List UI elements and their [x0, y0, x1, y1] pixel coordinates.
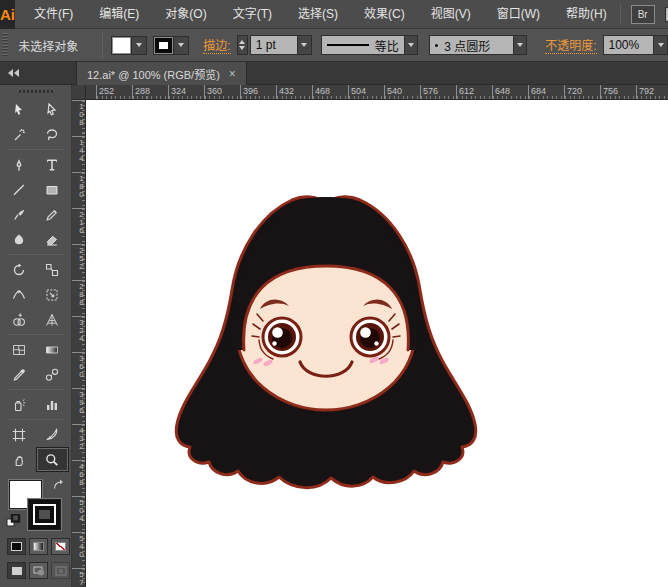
menu-item[interactable]: 选择(S) — [285, 0, 351, 29]
magic-wand-tool-button[interactable] — [3, 122, 36, 147]
fill-color-swatch[interactable] — [111, 36, 132, 55]
horizontal-ruler[interactable]: 2522883243603964324685045405766126486847… — [86, 85, 668, 100]
workspace-switcher-button[interactable] — [665, 7, 668, 22]
symbol-sprayer-tool-button[interactable] — [3, 392, 36, 417]
shape-builder-icon — [11, 312, 27, 328]
paintbrush-tool-button[interactable] — [3, 202, 36, 227]
color-button[interactable] — [7, 538, 26, 555]
menu-item[interactable]: 窗口(W) — [484, 0, 553, 29]
scale-tool-button[interactable] — [36, 257, 69, 282]
vertical-ruler[interactable]: 1081441802162522883243603964324685045405… — [72, 100, 86, 587]
menu-item[interactable]: 对象(O) — [152, 0, 219, 29]
cartoon-girl-artwork[interactable] — [86, 100, 668, 587]
swap-fill-stroke-icon[interactable] — [52, 478, 66, 491]
illustrator-window: Ai 文件(F)编辑(E)对象(O)文字(T)选择(S)效果(C)视图(V)窗口… — [0, 0, 668, 587]
default-fill-stroke-icon[interactable] — [6, 514, 21, 527]
width-profile-field[interactable]: 等比 — [321, 35, 405, 55]
none-button[interactable] — [51, 538, 70, 555]
stroke-width-field[interactable]: 1 pt — [250, 35, 298, 55]
document-tab[interactable]: 12.ai* @ 100% (RGB/预览) × — [76, 62, 247, 85]
width-tool-icon — [11, 287, 27, 303]
type-tool-button[interactable] — [36, 152, 69, 177]
stroke-color-swatch[interactable] — [153, 36, 174, 55]
brush-field[interactable]: 3 点圆形 — [429, 35, 513, 55]
workspace-layout-icon — [665, 7, 668, 22]
blend-icon — [44, 367, 60, 383]
blob-brush-tool-button[interactable] — [3, 227, 36, 252]
perspective-grid-tool-button[interactable] — [36, 307, 69, 332]
chevron-down-icon — [658, 43, 664, 47]
hand-tool-button[interactable] — [3, 447, 36, 472]
direct-selection-tool-button[interactable] — [36, 97, 69, 122]
zoom-tool-button[interactable] — [36, 447, 69, 472]
blob-brush-icon — [11, 232, 27, 248]
main-menu: 文件(F)编辑(E)对象(O)文字(T)选择(S)效果(C)视图(V)窗口(W)… — [21, 0, 620, 29]
draw-behind-button[interactable] — [29, 562, 48, 579]
rotate-tool-button[interactable] — [3, 257, 36, 282]
slice-tool-button[interactable] — [36, 422, 69, 447]
stroke-profile-preview — [327, 44, 369, 46]
chevron-down-icon — [136, 43, 142, 47]
artboard-canvas[interactable] — [86, 100, 668, 587]
stroke-width-stepper[interactable] — [237, 35, 248, 55]
gradient-button[interactable] — [29, 538, 48, 555]
perspective-grid-icon — [44, 312, 60, 328]
type-icon — [44, 157, 60, 173]
rectangle-icon — [44, 182, 60, 198]
bridge-button[interactable]: Br — [631, 5, 655, 24]
panel-drag-grip[interactable] — [19, 90, 53, 93]
menu-bar: Ai 文件(F)编辑(E)对象(O)文字(T)选择(S)效果(C)视图(V)窗口… — [0, 0, 668, 29]
artboard-tool-button[interactable] — [3, 422, 36, 447]
draw-behind-icon — [33, 566, 45, 576]
fill-color-dropdown[interactable] — [132, 36, 147, 55]
lasso-tool-button[interactable] — [36, 122, 69, 147]
eyedropper-tool-button[interactable] — [3, 362, 36, 387]
menu-item[interactable]: 帮助(H) — [553, 0, 620, 29]
stroke-color-dropdown[interactable] — [174, 36, 189, 55]
menu-item[interactable]: 文字(T) — [220, 0, 285, 29]
stroke-width-dropdown[interactable] — [298, 35, 312, 55]
artboard-icon — [11, 427, 27, 443]
panel-grip[interactable] — [2, 33, 8, 57]
line-icon — [11, 182, 27, 198]
menu-item[interactable]: 编辑(E) — [86, 0, 152, 29]
magic-wand-icon — [11, 127, 27, 143]
lasso-icon — [44, 127, 60, 143]
shape-builder-tool-button[interactable] — [3, 307, 36, 332]
eraser-tool-button[interactable] — [36, 227, 69, 252]
app-logo: Ai — [0, 0, 15, 29]
mesh-tool-button[interactable] — [3, 337, 36, 362]
ruler-tick-label: 288 — [72, 280, 86, 316]
menu-item[interactable]: 文件(F) — [21, 0, 86, 29]
menu-item[interactable]: 视图(V) — [418, 0, 484, 29]
opacity-dropdown[interactable] — [654, 35, 668, 55]
draw-normal-button[interactable] — [7, 562, 26, 579]
ruler-tick-label: 576 — [72, 568, 86, 587]
rectangle-tool-button[interactable] — [36, 177, 69, 202]
opacity-panel-link[interactable]: 不透明度: — [545, 36, 596, 54]
eyedropper-icon — [11, 367, 27, 383]
ruler-tick-label: 360 — [72, 352, 86, 388]
stroke-color-indicator[interactable] — [28, 499, 61, 530]
selection-tool-button[interactable] — [3, 97, 36, 122]
opacity-field[interactable]: 100% — [603, 35, 655, 55]
stroke-panel-link[interactable]: 描边: — [203, 36, 230, 54]
gradient-tool-button[interactable] — [36, 337, 69, 362]
blend-tool-button[interactable] — [36, 362, 69, 387]
close-icon[interactable]: × — [229, 68, 236, 80]
divider — [8, 419, 64, 420]
collapse-panel-button[interactable] — [8, 69, 19, 77]
menu-item[interactable]: 效果(C) — [351, 0, 418, 29]
pencil-tool-button[interactable] — [36, 202, 69, 227]
line-segment-tool-button[interactable] — [3, 177, 36, 202]
width-profile-dropdown[interactable] — [405, 35, 419, 55]
zoom-icon — [44, 452, 60, 468]
pen-tool-button[interactable] — [3, 152, 36, 177]
ruler-tick-label: 252 — [96, 85, 132, 100]
brush-dropdown[interactable] — [514, 35, 528, 55]
free-transform-tool-button[interactable] — [36, 282, 69, 307]
ruler-tick-label: 540 — [384, 85, 420, 100]
width-tool-button[interactable] — [3, 282, 36, 307]
chevron-down-icon — [517, 43, 523, 47]
column-graph-tool-button[interactable] — [36, 392, 69, 417]
